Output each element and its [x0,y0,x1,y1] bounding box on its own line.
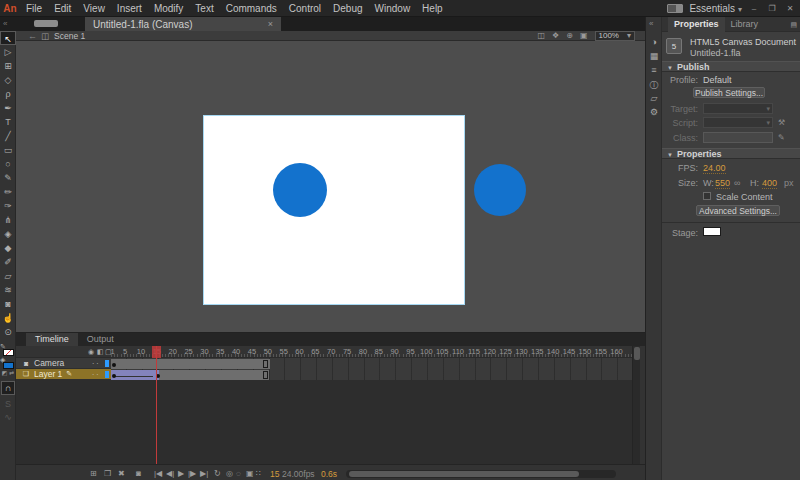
smooth-option-icon[interactable]: S [0,398,16,411]
pasteboard[interactable] [16,41,645,332]
minimize-button[interactable]: – [748,4,760,13]
fps-value[interactable]: 24.00 [703,163,726,174]
paint-bucket-tool[interactable]: ◈ [0,227,16,241]
oval-tool[interactable]: ○ [0,157,16,171]
modify-markers-button[interactable]: ∷ [256,468,261,479]
menu-help[interactable]: Help [416,3,449,14]
layer-outline-color-swatch[interactable] [105,360,109,367]
rectangle-tool[interactable]: ▭ [0,143,16,157]
menu-view[interactable]: View [77,3,111,14]
height-value[interactable]: 400 [762,178,777,189]
code-snippets-panel-icon[interactable]: ⚙ [646,107,662,117]
keyframe-dot-frame-1[interactable] [112,374,116,378]
stage-color-swatch[interactable] [703,227,721,236]
tab-library[interactable]: Library [725,17,765,32]
class-pencil-icon[interactable]: ✎ [778,133,785,142]
pencil-tool[interactable]: ✎ [0,171,16,185]
loop-button[interactable]: ↻ [214,468,221,479]
stage-zoom-select[interactable]: 100% ▾ [595,31,635,41]
new-layer-button[interactable]: ⊞ [90,468,97,479]
timeline-tab-timeline[interactable]: Timeline [26,333,78,346]
onion-skin-outlines-button[interactable]: ◌ [236,468,241,479]
workspace-selector[interactable]: Essentials▾ [689,3,742,14]
stroke-color-swatch[interactable] [3,349,14,356]
onion-skin-button[interactable]: ◎ [226,468,233,479]
straighten-option-icon[interactable]: ∿ [0,411,16,424]
menu-commands[interactable]: Commands [220,3,283,14]
stroke-color-control[interactable]: ✎ [0,343,16,356]
collapse-dock-icon[interactable]: « [3,19,7,28]
brush-tool[interactable]: ✏ [0,185,16,199]
go-to-first-frame-button[interactable]: |◀ [154,468,162,479]
subselection-tool[interactable]: ▷ [0,45,16,59]
width-value[interactable]: 550 [715,178,730,189]
add-camera-button[interactable]: ◙ [136,468,141,479]
line-tool[interactable]: ╱ [0,129,16,143]
step-forward-button[interactable]: |▶ [188,468,196,479]
step-back-button[interactable]: ◀| [166,468,174,479]
close-tab-icon[interactable]: × [268,19,273,29]
delete-layer-button[interactable]: ✖ [118,468,125,479]
edit-multiple-frames-button[interactable]: ▣ [246,468,254,479]
color-panel-icon[interactable]: ◑ [646,37,662,47]
eraser-tool[interactable]: ▱ [0,269,16,283]
free-transform-tool[interactable]: ⊞ [0,59,16,73]
link-dimensions-icon[interactable]: ∞ [734,178,740,188]
clip-content-icon[interactable]: ▣ [580,31,588,40]
close-button[interactable]: ✕ [784,4,796,13]
properties-section-header[interactable]: ▼Properties [662,148,800,159]
pen-tool[interactable]: ✒ [0,101,16,115]
layer-row-camera[interactable]: ◙Camera· · [16,358,111,369]
lock-all-layers-icon[interactable]: ◧ [97,348,104,356]
timeline-ruler[interactable]: ◉ ◧ ▢ 1510152025303540455055606570758085… [16,346,632,358]
playhead[interactable] [156,346,157,464]
layer-visibility-lock-dots[interactable]: · · [92,371,106,378]
camera-tool[interactable]: ◙ [0,297,16,311]
document-tab[interactable]: Untitled-1.fla (Canvas) × [85,17,281,31]
layer-outline-color-swatch[interactable] [105,371,109,378]
restore-button[interactable]: ❐ [766,4,778,13]
advanced-settings-button[interactable]: Advanced Settings... [696,205,780,216]
align-panel-icon[interactable]: ≡ [646,65,662,75]
expand-panels-icon[interactable]: « [649,19,653,28]
edit-symbols-icon[interactable]: ❖ [552,31,559,40]
back-arrow-icon[interactable]: ← [28,31,37,41]
publish-section-header[interactable]: ▼Publish [662,61,800,72]
scroll-thumb[interactable] [349,471,579,477]
snap-to-objects-toggle[interactable]: ∩ [1,381,15,395]
script-wrench-icon[interactable]: ⚒ [778,118,785,127]
timeline-tab-output[interactable]: Output [78,333,123,346]
stage-circle-1[interactable] [273,163,327,217]
info-panel-icon[interactable]: ⓘ [646,79,662,92]
lasso-tool[interactable]: ρ [0,87,16,101]
keyframe-dot-frame-1[interactable] [112,363,116,367]
paint-brush-tool[interactable]: ✑ [0,199,16,213]
menu-text[interactable]: Text [189,3,219,14]
workspace-switcher-icon[interactable] [667,4,683,13]
menu-file[interactable]: File [20,3,48,14]
stage-circle-2[interactable] [474,164,526,216]
transform-panel-icon[interactable]: ▱ [646,93,662,103]
new-folder-button[interactable]: ❒ [104,468,111,479]
menu-control[interactable]: Control [283,3,327,14]
swatches-panel-icon[interactable]: ▦ [646,51,662,61]
frame-rate-indicator[interactable]: 24.00fps [282,469,315,479]
hand-tool[interactable]: ☝ [0,311,16,325]
target-select[interactable]: ▾ [703,103,773,114]
publish-settings-button[interactable]: Publish Settings... [693,87,765,98]
text-tool[interactable]: T [0,115,16,129]
eyedropper-tool[interactable]: ✐ [0,255,16,269]
ink-bottle-tool[interactable]: ◆ [0,241,16,255]
bone-tool[interactable]: ⋔ [0,213,16,227]
class-input[interactable] [703,132,773,143]
stage-canvas[interactable] [203,115,465,305]
layer-row-layer-1[interactable]: ❏Layer 1✎· · [16,369,111,380]
panel-grip[interactable] [34,20,58,27]
tween-span[interactable] [111,370,159,380]
frame-span[interactable] [159,370,270,380]
swap-colors-icon[interactable]: ⇄ [9,369,14,378]
gradient-transform-tool[interactable]: ◇ [0,73,16,87]
layer-visibility-lock-dots[interactable]: · · [92,360,106,367]
tab-properties[interactable]: Properties [668,17,725,32]
width-tool[interactable]: ≋ [0,283,16,297]
